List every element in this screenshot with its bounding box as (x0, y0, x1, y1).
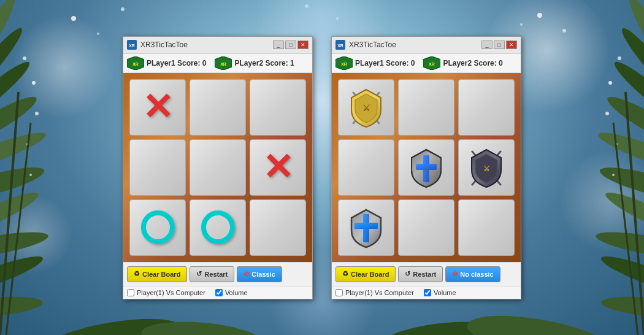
svg-rect-67 (355, 223, 378, 229)
cell-0[interactable]: ✕ (129, 79, 186, 136)
mode-icon-1: ⊘ (243, 270, 249, 278)
checkbox-bar-2: Player(1) Vs Computer Volume (332, 286, 521, 299)
button-bar-2: ♻ Clear Board ↺ Restart ⊘ No classic (332, 262, 521, 286)
cell-2-0[interactable]: ⚔ (338, 79, 394, 136)
restart-btn-1[interactable]: ↺ Restart (190, 266, 234, 282)
window-2: XR XR3TicTacToe _ □ ✕ XR PLayer1 Score: … (331, 36, 521, 299)
svg-text:XR: XR (429, 62, 435, 66)
cell-2-4[interactable] (398, 139, 454, 196)
x-mark-5: ✕ (263, 149, 293, 186)
mode-btn-1[interactable]: ⊘ Classic (237, 266, 282, 282)
cell-2[interactable] (250, 79, 306, 136)
clear-board-btn-2[interactable]: ♻ Clear Board (335, 266, 396, 282)
cell-3[interactable] (129, 139, 186, 196)
volume-label-1: Volume (225, 289, 248, 296)
o-mark-6 (141, 210, 175, 244)
titlebar-1: XR XR3TicTacToe _ □ ✕ (123, 37, 312, 54)
board-grid-2: ⚔ (338, 79, 515, 256)
svg-rect-62 (416, 164, 437, 170)
clear-icon-1: ♻ (134, 270, 140, 278)
player1-score-icon-2: XR (335, 56, 353, 70)
x-mark-0: ✕ (142, 89, 173, 126)
minimize-btn-2[interactable]: _ (481, 40, 493, 49)
window-controls-1: _ □ ✕ (273, 40, 309, 49)
cell-2-2[interactable] (458, 79, 515, 136)
svg-text:XR: XR (221, 62, 227, 66)
player1-score-label: PLayer1 Score: 0 (147, 59, 206, 67)
volume-item-2: Volume (424, 289, 456, 296)
vs-computer-checkbox-2[interactable] (335, 289, 343, 296)
button-bar-1: ♻ Clear Board ↺ Restart ⊘ Classic (123, 262, 312, 286)
cell-8[interactable] (250, 199, 306, 256)
windows-area: XR XR3TicTacToe _ □ ✕ XR PLayer1 Score: … (0, 0, 644, 335)
volume-item-1: Volume (215, 289, 248, 296)
svg-text:⚔: ⚔ (362, 103, 370, 113)
window-controls-2: _ □ ✕ (481, 40, 517, 49)
player2-score-label-2: PLayer2 Score: 0 (443, 59, 502, 67)
o-mark-7 (201, 210, 235, 244)
player2-score-icon: XR (215, 56, 232, 70)
cell-2-3[interactable] (338, 139, 394, 196)
cell-2-1[interactable] (398, 79, 454, 136)
shield-dark-icon: ⚔ (467, 147, 505, 188)
cell-2-5[interactable]: ⚔ (458, 139, 515, 196)
checkbox-bar-1: Player(1) Vs Computer Volume (123, 286, 312, 299)
cell-7[interactable] (190, 199, 246, 256)
restart-btn-2[interactable]: ↺ Restart (398, 266, 443, 282)
shield-blue-icon (407, 147, 445, 188)
player2-score-label: PLayer2 Score: 1 (234, 59, 294, 67)
vs-computer-item-2: Player(1) Vs Computer (335, 289, 414, 296)
mode-icon-2: ⊘ (452, 270, 458, 278)
shield-cross-icon (347, 207, 385, 248)
score-bar-2: XR PLayer1 Score: 0 XR PLayer2 Score: 0 (332, 54, 521, 73)
svg-text:XR: XR (129, 44, 135, 48)
svg-text:XR: XR (341, 62, 347, 66)
player2-score-icon-2: XR (423, 56, 440, 70)
minimize-btn-1[interactable]: _ (273, 40, 284, 49)
mode-btn-2[interactable]: ⊘ No classic (445, 266, 500, 282)
game-board-1: ✕ ✕ (123, 73, 312, 262)
titlebar-2: XR XR3TicTacToe _ □ ✕ (332, 37, 521, 54)
cell-4[interactable] (190, 139, 246, 196)
cell-2-6[interactable] (338, 199, 394, 256)
vs-computer-label-1: Player(1) Vs Computer (137, 289, 205, 296)
window-title-2: XR3TicTacToe (349, 40, 478, 49)
app-icon-1: XR (127, 40, 137, 50)
player1-score-label-2: PLayer1 Score: 0 (355, 59, 415, 67)
svg-text:XR: XR (337, 44, 343, 48)
close-btn-1[interactable]: ✕ (297, 40, 309, 49)
window-1: XR XR3TicTacToe _ □ ✕ XR PLayer1 Score: … (123, 36, 313, 299)
volume-checkbox-1[interactable] (215, 289, 223, 296)
clear-board-btn-1[interactable]: ♻ Clear Board (127, 266, 187, 282)
vs-computer-label-2: Player(1) Vs Computer (345, 289, 414, 296)
board-grid-1: ✕ ✕ (129, 79, 306, 256)
window-title-1: XR3TicTacToe (140, 40, 269, 49)
maximize-btn-2[interactable]: □ (494, 40, 505, 49)
svg-text:⚔: ⚔ (483, 164, 490, 173)
clear-icon-2: ♻ (342, 270, 348, 278)
game-board-2: ⚔ (332, 73, 521, 262)
restart-icon-2: ↺ (405, 270, 410, 278)
volume-checkbox-2[interactable] (424, 289, 431, 296)
cell-6[interactable] (129, 199, 186, 256)
svg-text:XR: XR (132, 62, 139, 66)
close-btn-2[interactable]: ✕ (506, 40, 517, 49)
app-icon-2: XR (335, 40, 345, 50)
restart-icon-1: ↺ (196, 270, 202, 278)
shield-gold-icon: ⚔ (347, 87, 385, 128)
volume-label-2: Volume (434, 289, 456, 296)
cell-1[interactable] (190, 79, 246, 136)
cell-2-8[interactable] (458, 199, 515, 256)
cell-5[interactable]: ✕ (250, 139, 306, 196)
vs-computer-item-1: Player(1) Vs Computer (127, 289, 205, 296)
vs-computer-checkbox-1[interactable] (127, 289, 134, 296)
score-bar-1: XR PLayer1 Score: 0 XR PLayer2 Score: 1 (123, 54, 312, 73)
maximize-btn-1[interactable]: □ (285, 40, 296, 49)
player1-score-icon: XR (127, 56, 144, 70)
cell-2-7[interactable] (398, 199, 454, 256)
